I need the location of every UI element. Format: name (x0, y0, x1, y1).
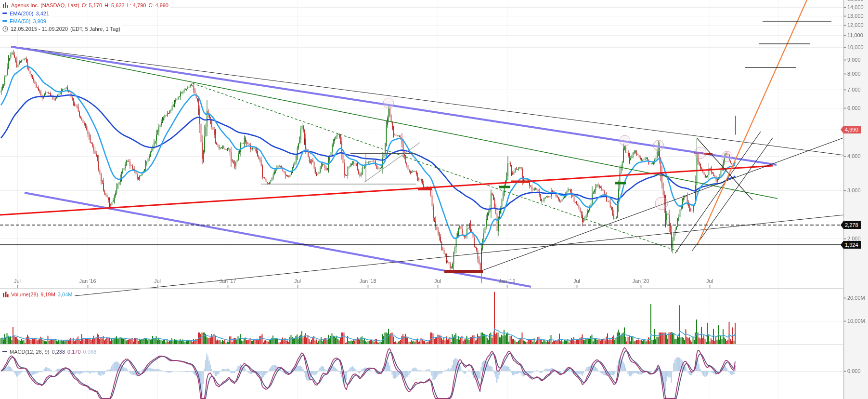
charting-app: Agenus Inc. (NASDAQ, Last) O: 5,170 H: 5… (0, 0, 868, 399)
timeframe-text: (EDT, 5 Jahre, 1 Tag) (70, 26, 120, 32)
volume-value: 9,19M (40, 292, 55, 297)
volume-label: Volume(28) (11, 292, 38, 297)
axis-tick-label: 6,000 (847, 105, 861, 111)
close-value: C: 4,990 (148, 2, 168, 8)
axis-tick-label: 10,000 (847, 44, 864, 50)
low-value: L: 4,790 (127, 2, 146, 8)
chart-type-icon (2, 2, 9, 8)
ema200-value: 3,421 (36, 11, 50, 16)
ema200-swatch-icon (2, 13, 7, 14)
ema200-legend[interactable]: EMA(200) 3,421 (1, 10, 51, 17)
macd-swatch-icon (2, 351, 7, 352)
time-tick-label: Jul (294, 278, 301, 284)
symbol-legend[interactable]: Agenus Inc. (NASDAQ, Last) O: 5,170 H: 5… (1, 1, 170, 9)
ema50-swatch-icon (2, 20, 7, 22)
macd-label: MACD(12, 26, 9) (10, 349, 50, 355)
axis-tick-label: 8,000 (847, 71, 861, 77)
time-tick-label: Jul (434, 278, 441, 284)
ema50-value: 3,909 (33, 18, 46, 24)
time-tick-label: Jul (573, 278, 580, 284)
macd-legend[interactable]: MACD(12, 26, 9) 0,238 0,170 0,068 (1, 348, 98, 355)
axis-tick-label: 14,000 (847, 4, 864, 10)
axis-tick-label: 12,000 (847, 22, 864, 28)
time-tick-label: Jul (706, 278, 713, 284)
axis-tick-label: 0,000 (847, 368, 861, 374)
axis-tick-label: 4,000 (847, 153, 861, 159)
volume-bars-icon (2, 292, 9, 297)
macd-hist-value: 0,068 (83, 349, 97, 355)
time-tick-label: Jan '20 (632, 278, 649, 284)
axis-tick-label: 20,00M (847, 295, 865, 301)
axis-tick-label: 15,000 (847, 0, 864, 2)
high-value: H: 5,623 (104, 2, 125, 8)
axis-tick-label: 13,000 (847, 13, 864, 19)
axis-tick-label: 3,000 (847, 187, 861, 193)
volume-legend[interactable]: Volume(28) 9,19M 3,04M (1, 291, 74, 298)
time-tick-label: Jul (14, 278, 21, 284)
ema50-legend[interactable]: EMA(50) 3,909 (1, 17, 48, 25)
axis-tick-label: 11,000 (847, 32, 863, 38)
time-tick-label: Jan '18 (359, 278, 376, 284)
date-range-text: 12.05.2015 - 11.09.2020 (11, 26, 68, 32)
price-level-badge: 1,924 (843, 241, 861, 249)
macd-signal-value: 0,170 (67, 349, 81, 355)
axis-tick-label: 10,00M (847, 318, 865, 324)
open-value: O: 5,170 (82, 2, 102, 8)
ema50-label: EMA(50) (10, 18, 30, 24)
ema200-label: EMA(200) (10, 11, 34, 16)
axis-tick-label: 7,000 (847, 87, 861, 93)
time-tick-label: Jul (154, 278, 161, 284)
time-tick-label: Jan '19 (498, 278, 515, 284)
last-price-badge: 4,990 (843, 126, 861, 133)
time-tick-label: Jan '16 (79, 278, 96, 284)
symbol-name: Agenus Inc. (NASDAQ, Last) (11, 2, 79, 8)
clock-icon (2, 26, 8, 32)
macd-line-value: 0,238 (52, 349, 65, 355)
axis-tick-label: 9,000 (847, 57, 861, 63)
volume-ma-value: 3,04M (58, 292, 73, 297)
price-chart-canvas[interactable] (0, 0, 868, 399)
date-range-row: 12.05.2015 - 11.09.2020 (EDT, 5 Jahre, 1… (1, 25, 122, 32)
time-tick-label: Jan '17 (219, 278, 236, 284)
price-level-badge: 2,278 (843, 221, 861, 229)
